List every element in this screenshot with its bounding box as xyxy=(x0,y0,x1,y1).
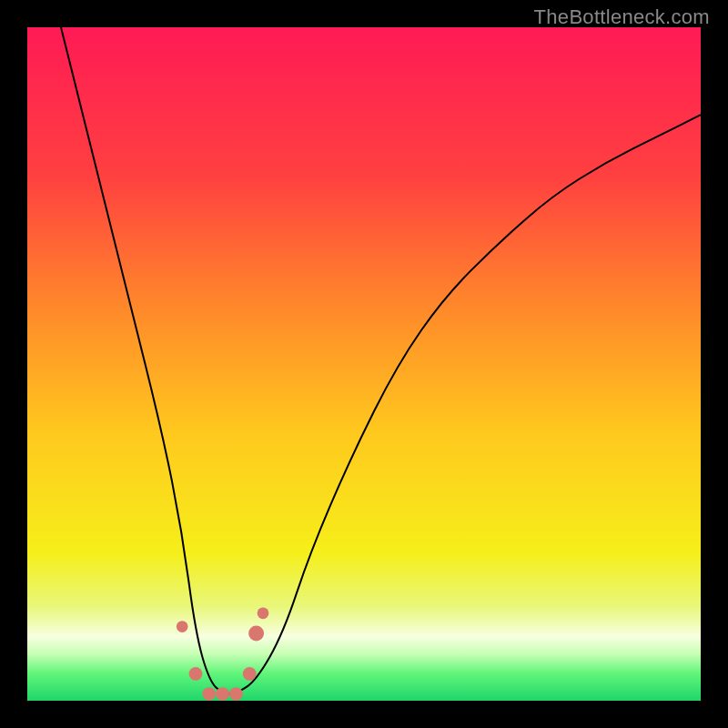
outer-frame: TheBottleneck.com xyxy=(0,0,728,728)
marker-dot xyxy=(229,687,243,701)
marker-dot xyxy=(243,667,257,681)
plot-area xyxy=(27,27,701,701)
marker-dot xyxy=(258,607,269,619)
chart-svg xyxy=(27,27,701,701)
marker-dot xyxy=(248,626,264,642)
marker-dot xyxy=(216,687,229,701)
marker-dot xyxy=(189,667,203,681)
marker-dot xyxy=(177,621,188,632)
marker-dot xyxy=(202,687,216,701)
bottleneck-curve xyxy=(61,27,701,694)
watermark-text: TheBottleneck.com xyxy=(534,5,710,29)
marker-group xyxy=(177,607,268,701)
